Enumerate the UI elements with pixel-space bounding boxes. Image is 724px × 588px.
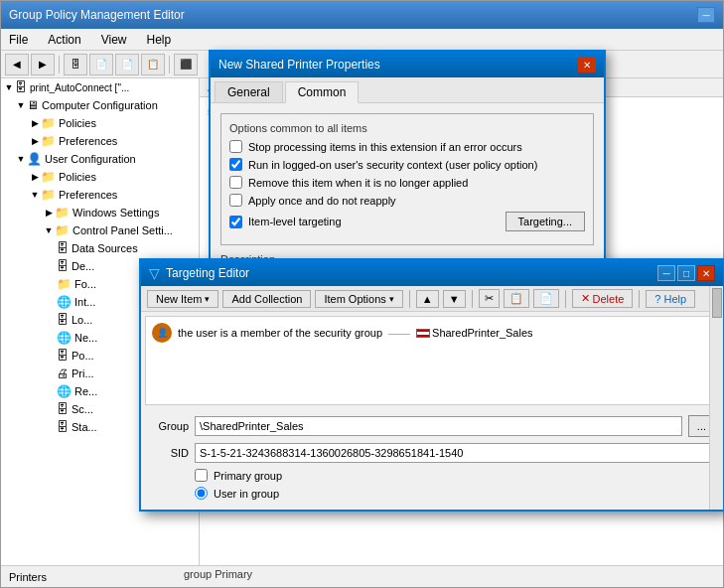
prefs2-icon: 📁 bbox=[41, 188, 56, 202]
checkbox-apply-input[interactable] bbox=[229, 194, 242, 207]
checkbox-run-logged-input[interactable] bbox=[229, 158, 242, 171]
primary-group-checkbox[interactable] bbox=[195, 469, 208, 482]
toolbar-btn-2[interactable]: 📄 bbox=[89, 54, 113, 75]
checkbox-targeting-label: Item-level targeting bbox=[248, 216, 342, 227]
toolbar-btn-5[interactable]: ⬛ bbox=[174, 54, 198, 75]
printer-dialog-title: New Shared Printer Properties bbox=[218, 58, 380, 72]
targeting-close[interactable]: ✕ bbox=[697, 265, 715, 281]
group-input[interactable] bbox=[195, 416, 682, 436]
printer-dialog-body: Options common to all items Stop process… bbox=[211, 103, 604, 275]
paste-button[interactable]: 📄 bbox=[533, 289, 559, 308]
tree-computer-config[interactable]: ▼ 🖥 Computer Configuration bbox=[1, 96, 199, 114]
winsettings-toggle[interactable]: ▶ bbox=[43, 207, 55, 219]
tree-root[interactable]: ▼ 🗄 print_AutoConnect ["... bbox=[1, 78, 199, 96]
checkbox-targeting-input[interactable] bbox=[229, 216, 242, 228]
user-in-group-label: User in group bbox=[214, 488, 279, 500]
minimize-button[interactable]: ─ bbox=[697, 7, 715, 23]
tab-common[interactable]: Common bbox=[285, 81, 360, 103]
checkbox-remove-item: Remove this item when it is no longer ap… bbox=[229, 176, 585, 189]
menu-view[interactable]: View bbox=[97, 31, 131, 49]
checkbox-remove-label: Remove this item when it is no longer ap… bbox=[248, 177, 468, 189]
printer-dialog-close[interactable]: ✕ bbox=[578, 57, 596, 73]
targeting-minimize[interactable]: ─ bbox=[657, 265, 675, 281]
toolbar-sep-2 bbox=[472, 290, 473, 308]
targeting-restore[interactable]: □ bbox=[677, 265, 695, 281]
toolbar-btn-4[interactable]: 📋 bbox=[141, 54, 165, 75]
ctrlpanel-toggle[interactable]: ▼ bbox=[43, 224, 55, 236]
winsettings-label: Windows Settings bbox=[72, 207, 159, 219]
checkbox-remove-input[interactable] bbox=[229, 176, 242, 189]
policies2-toggle[interactable]: ▶ bbox=[29, 171, 41, 183]
title-bar-controls: ─ bbox=[697, 7, 715, 23]
move-down-button[interactable]: ▼ bbox=[443, 290, 466, 308]
prefs1-label: Preferences bbox=[59, 135, 117, 147]
tab-general[interactable]: General bbox=[215, 81, 283, 102]
delete-button[interactable]: ✕ Delete bbox=[572, 289, 634, 308]
printer-dialog-titlebar: New Shared Printer Properties ✕ bbox=[211, 52, 604, 77]
options-label: Options common to all items bbox=[229, 122, 585, 134]
checkbox-run-label: Run in logged-on user's security context… bbox=[248, 159, 537, 171]
root-toggle[interactable]: ▼ bbox=[3, 81, 15, 93]
computer-toggle[interactable]: ▼ bbox=[15, 99, 27, 111]
toolbar-sep-1 bbox=[59, 56, 60, 74]
checkbox-run-logged: Run in logged-on user's security context… bbox=[229, 158, 585, 171]
policies2-label: Policies bbox=[59, 171, 96, 183]
sid-label: SID bbox=[149, 447, 189, 459]
rule-arrow: —— bbox=[388, 327, 410, 339]
checkbox-stop-processing-input[interactable] bbox=[229, 140, 242, 153]
checkbox-apply-once: Apply once and do not reapply bbox=[229, 194, 585, 207]
user-in-group-radio[interactable] bbox=[195, 487, 208, 500]
delete-label: Delete bbox=[593, 293, 625, 305]
new-item-label: New Item bbox=[156, 293, 202, 305]
sid-input[interactable] bbox=[195, 443, 715, 463]
targeting-titlebar: ▽ Targeting Editor ─ □ ✕ bbox=[141, 260, 723, 286]
menu-action[interactable]: Action bbox=[44, 31, 84, 49]
targeting-bottom: Group ... SID Primary group User in grou… bbox=[141, 409, 723, 510]
flag-icon bbox=[416, 329, 430, 338]
tree-prefs-2[interactable]: ▼ 📁 Preferences bbox=[1, 186, 199, 204]
help-button[interactable]: ? Help bbox=[646, 290, 695, 308]
title-bar: Group Policy Management Editor ─ bbox=[1, 1, 723, 29]
tree-policies-1[interactable]: ▶ 📁 Policies bbox=[1, 114, 199, 132]
toolbar-up[interactable]: 🗄 bbox=[64, 54, 87, 75]
help-icon: ? bbox=[654, 293, 660, 305]
targeting-button[interactable]: Targeting... bbox=[506, 212, 585, 231]
ctrlpanel-icon: 📁 bbox=[55, 223, 70, 237]
cut-button[interactable]: ✂ bbox=[479, 289, 500, 308]
options-group: Options common to all items Stop process… bbox=[220, 113, 594, 245]
tree-prefs-1[interactable]: ▶ 📁 Preferences bbox=[1, 132, 199, 150]
item-options-button[interactable]: Item Options bbox=[315, 290, 402, 308]
tree-policies-2[interactable]: ▶ 📁 Policies bbox=[1, 168, 199, 186]
user-toggle[interactable]: ▼ bbox=[15, 153, 27, 165]
group-row: Group ... bbox=[149, 415, 715, 437]
printer-properties-dialog: New Shared Printer Properties ✕ General … bbox=[209, 50, 606, 277]
group-name: SharedPrinter_Sales bbox=[432, 327, 533, 339]
move-up-button[interactable]: ▲ bbox=[416, 290, 439, 308]
toolbar-forward[interactable]: ▶ bbox=[31, 54, 55, 75]
toolbar-back[interactable]: ◀ bbox=[5, 54, 29, 75]
menu-file[interactable]: File bbox=[5, 31, 32, 49]
policies1-toggle[interactable]: ▶ bbox=[29, 117, 41, 129]
toolbar-sep-4 bbox=[639, 290, 640, 308]
new-item-button[interactable]: New Item bbox=[147, 290, 218, 308]
tree-user-config[interactable]: ▼ 👤 User Configuration bbox=[1, 150, 199, 168]
tree-win-settings[interactable]: ▶ 📁 Windows Settings bbox=[1, 204, 199, 221]
toolbar-btn-3[interactable]: 📄 bbox=[115, 54, 139, 75]
tree-datasources[interactable]: 🗄 Data Sources bbox=[1, 239, 199, 257]
targeting-title: Targeting Editor bbox=[166, 266, 249, 280]
copy-button[interactable]: 📋 bbox=[504, 289, 529, 308]
menu-bar: File Action View Help bbox=[1, 29, 723, 51]
root-icon: 🗄 bbox=[15, 80, 27, 94]
checkbox-stop-processing: Stop processing items in this extension … bbox=[229, 140, 585, 153]
prefs2-toggle[interactable]: ▼ bbox=[29, 189, 41, 201]
checkbox-stop-label: Stop processing items in this extension … bbox=[248, 141, 522, 153]
tree-ctrl-panel[interactable]: ▼ 📁 Control Panel Setti... bbox=[1, 221, 199, 239]
targeting-scrollbar[interactable] bbox=[709, 286, 723, 510]
menu-help[interactable]: Help bbox=[143, 31, 176, 49]
status-bar: Printers bbox=[1, 565, 723, 587]
scrollbar-thumb[interactable] bbox=[712, 288, 722, 318]
add-collection-button[interactable]: Add Collection bbox=[222, 290, 311, 308]
prefs1-toggle[interactable]: ▶ bbox=[29, 135, 41, 147]
root-label: print_AutoConnect ["... bbox=[30, 82, 129, 93]
add-collection-label: Add Collection bbox=[231, 293, 302, 305]
